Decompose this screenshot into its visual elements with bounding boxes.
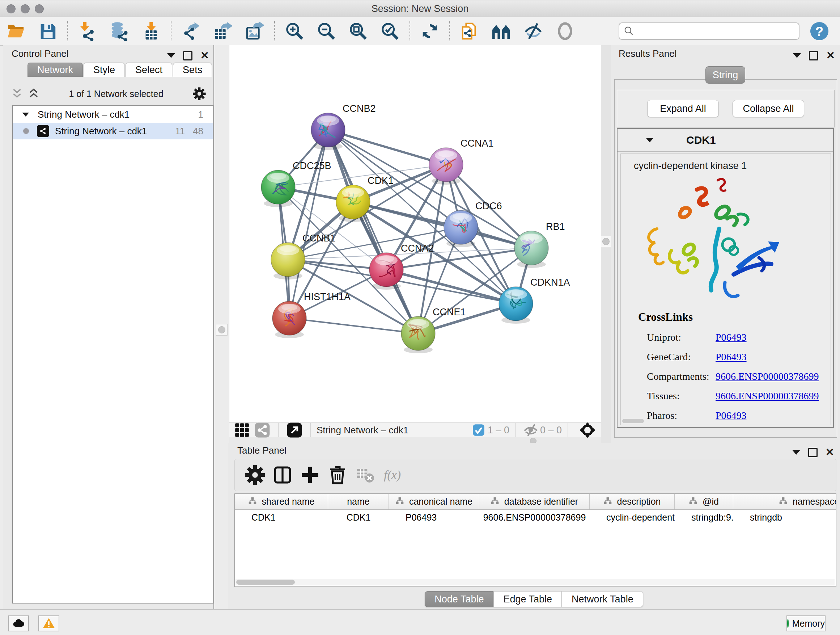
crosslink-label: Uniprot: — [647, 332, 715, 343]
column-header-@id[interactable]: @id — [675, 494, 733, 509]
network-view[interactable]: CCNB2CCNA1CDC25BCDK1CDC6RB1CCNB1CCNA2CDK… — [229, 45, 601, 423]
zoom-fit-icon[interactable] — [347, 21, 369, 42]
network-node-RB1[interactable]: RB1 — [515, 221, 565, 268]
bottom-splitter[interactable] — [229, 437, 601, 443]
panel-menu-icon[interactable] — [167, 53, 175, 58]
float-panel-icon[interactable] — [808, 448, 818, 457]
column-header-shared-name[interactable]: shared name — [235, 494, 328, 509]
float-panel-icon[interactable] — [809, 51, 818, 60]
show-details-icon[interactable] — [554, 21, 576, 42]
tab-select[interactable]: Select — [126, 63, 172, 77]
left-splitter-grip[interactable] — [216, 324, 227, 336]
network-node-CDC6[interactable]: CDC6 — [444, 201, 502, 247]
close-panel-icon[interactable]: ✕ — [826, 447, 834, 458]
tab-style[interactable]: Style — [84, 63, 125, 77]
edge-CCNB2-CCNA1[interactable] — [328, 130, 446, 165]
show-columns-icon[interactable] — [272, 464, 293, 486]
import-network-database-icon[interactable] — [109, 21, 130, 42]
center-view-crosshair-icon[interactable] — [579, 422, 596, 439]
left-splitter[interactable] — [214, 45, 229, 609]
save-session-icon[interactable] — [37, 21, 58, 42]
first-neighbors-icon[interactable] — [491, 21, 512, 42]
column-header-namespace[interactable]: namespace — [733, 494, 836, 509]
collapse-all-button[interactable]: Collapse All — [733, 100, 804, 117]
refresh-view-icon[interactable] — [419, 21, 440, 42]
column-header-canonical-name[interactable]: canonical name — [389, 494, 479, 509]
tab-network[interactable]: Network — [27, 63, 83, 77]
gene-collapse-icon[interactable] — [646, 138, 653, 142]
network-row-selected[interactable]: String Network – cdk1 11 48 — [13, 123, 213, 139]
crosslink-row: Compartments:9606.ENSP00000378699 — [647, 371, 831, 382]
title-bar: Session: New Session — [0, 0, 840, 17]
expand-all-button[interactable]: Expand All — [647, 100, 719, 117]
column-header-database-identifier[interactable]: database identifier — [479, 494, 590, 509]
import-table-file-icon[interactable] — [141, 21, 162, 42]
network-node-CCNB2[interactable]: CCNB2 — [311, 103, 376, 150]
node-table[interactable]: shared namenamecanonical namedatabase id… — [234, 494, 836, 587]
zoom-selected-icon[interactable] — [379, 21, 401, 42]
expand-all-icon[interactable] — [27, 88, 40, 100]
hide-details-icon[interactable] — [523, 21, 544, 42]
collection-expand-icon[interactable] — [22, 112, 29, 116]
network-share-view-icon[interactable] — [254, 422, 270, 438]
memory-button[interactable]: Memory — [786, 616, 826, 631]
open-session-icon[interactable] — [5, 21, 27, 42]
add-column-icon[interactable] — [300, 464, 321, 486]
search-input[interactable] — [635, 26, 799, 36]
table-horizontal-scrollbar[interactable] — [235, 579, 835, 585]
column-header-name[interactable]: name — [328, 494, 389, 509]
crosslink-link[interactable]: P06493 — [715, 351, 747, 363]
gene-section-header[interactable]: CDK1 — [617, 129, 833, 152]
help-icon[interactable]: ? — [809, 21, 830, 42]
panel-menu-icon[interactable] — [793, 53, 801, 58]
network-node-CDKN1A[interactable]: CDKN1A — [499, 277, 570, 324]
grid-view-icon[interactable] — [234, 422, 250, 438]
zoom-in-icon[interactable] — [284, 21, 305, 42]
crosslink-link[interactable]: P06493 — [715, 332, 747, 343]
tab-edge-table[interactable]: Edge Table — [493, 591, 562, 607]
tab-node-table[interactable]: Node Table — [425, 591, 493, 607]
network-list-header: 1 of 1 Network selected — [11, 86, 206, 102]
right-splitter[interactable] — [601, 45, 611, 443]
export-image-icon[interactable] — [244, 21, 265, 42]
edge-CCNB2-HIST1H1A[interactable] — [289, 130, 328, 318]
cloud-button[interactable] — [8, 616, 29, 631]
network-node-CCNB1[interactable]: CCNB1 — [271, 233, 336, 279]
network-graph[interactable]: CCNB2CCNA1CDC25BCDK1CDC6RB1CCNB1CCNA2CDK… — [229, 45, 601, 423]
tab-sets[interactable]: Sets — [173, 63, 212, 77]
edge-CCNB2-CCNE1[interactable] — [328, 130, 418, 333]
crosslink-link[interactable]: 9606.ENSP00000378699 — [715, 371, 819, 382]
float-panel-icon[interactable] — [183, 51, 193, 60]
network-node-CCNE1[interactable]: CCNE1 — [401, 307, 466, 353]
crosslink-link[interactable]: 9606.ENSP00000378699 — [715, 390, 819, 402]
export-table-icon[interactable] — [212, 21, 233, 42]
panel-menu-icon[interactable] — [792, 450, 800, 455]
export-network-icon[interactable] — [180, 21, 202, 42]
duplicate-network-icon[interactable] — [459, 21, 480, 42]
close-panel-icon[interactable]: ✕ — [201, 50, 209, 61]
collapse-all-icon[interactable] — [11, 88, 23, 100]
crosslink-link[interactable]: P06493 — [715, 410, 747, 421]
scrollbar-thumb[interactable] — [236, 580, 295, 585]
table-cell: stringdb — [733, 510, 836, 525]
zoom-out-icon[interactable] — [316, 21, 337, 42]
network-node-HIST1H1A[interactable]: HIST1H1A — [272, 291, 351, 338]
delete-column-icon[interactable] — [327, 464, 348, 486]
table-row[interactable]: CDK1CDK1P064939606.ENSP00000378699cyclin… — [235, 510, 836, 525]
results-scrollbar[interactable] — [622, 419, 644, 423]
selected-checkbox-icon[interactable] — [472, 424, 485, 436]
right-splitter-grip[interactable] — [600, 236, 612, 247]
network-node-CCNA1[interactable]: CCNA1 — [429, 138, 494, 185]
column-header-description[interactable]: description — [590, 494, 675, 509]
tab-network-table[interactable]: Network Table — [562, 591, 643, 607]
import-network-file-icon[interactable] — [77, 21, 98, 42]
network-collection-row[interactable]: String Network – cdk1 1 — [13, 106, 213, 123]
network-options-gear-icon[interactable] — [193, 87, 206, 101]
table-settings-gear-icon[interactable] — [245, 464, 265, 486]
warnings-button[interactable] — [38, 616, 59, 631]
tab-string[interactable]: String — [706, 66, 745, 84]
edge-HIST1H1A-CCNE1[interactable] — [289, 318, 418, 333]
network-node-CDC25B[interactable]: CDC25B — [261, 160, 332, 207]
close-panel-icon[interactable]: ✕ — [826, 50, 835, 61]
birds-eye-view-icon[interactable] — [286, 422, 302, 438]
